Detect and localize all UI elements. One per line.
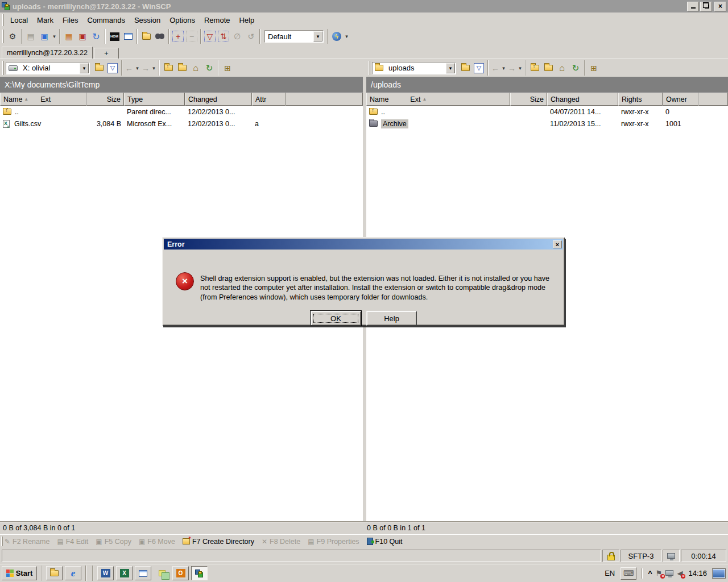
duplicate-session-button[interactable]: ▣ — [76, 30, 89, 43]
local-refresh-button[interactable]: ↻ — [202, 61, 216, 74]
remote-tree-toggle-button[interactable]: ⊞ — [587, 61, 601, 74]
filter-files-button[interactable]: ▽ — [203, 30, 217, 43]
taskbar-item-explorer[interactable] — [135, 566, 151, 580]
remote-back-caret[interactable]: ▾ — [500, 61, 507, 74]
local-drive-caret[interactable]: ▾ — [80, 63, 89, 73]
open-console-button[interactable]: HOM — [107, 30, 121, 43]
f10-quit-button[interactable]: F10 Quit — [367, 538, 403, 546]
language-indicator[interactable]: EN — [602, 569, 617, 577]
menu-remote[interactable]: Remote — [200, 14, 235, 27]
tray-volume-muted-icon[interactable]: ◀× — [677, 569, 682, 577]
remote-parent-directory-button[interactable] — [528, 61, 541, 74]
remote-header-owner[interactable]: Owner — [663, 93, 698, 106]
quick-launch-desktop[interactable] — [46, 566, 63, 580]
menu-help[interactable]: Help — [234, 14, 259, 27]
update-button[interactable]: ϟ — [330, 30, 344, 43]
f2-rename-button[interactable]: ✎F2 Rename — [5, 538, 49, 546]
taskbar-item-outlook[interactable]: O — [172, 566, 189, 580]
unselect-files-button[interactable]: − — [185, 30, 198, 43]
local-tree-toggle-button[interactable]: ⊞ — [221, 61, 234, 74]
select-files-button[interactable]: + — [171, 30, 185, 43]
f4-edit-button[interactable]: ▤F4 Edit — [57, 538, 88, 546]
update-caret[interactable]: ▾ — [344, 30, 350, 43]
table-row[interactable]: .. Parent direc... 12/02/2013 0... — [0, 106, 363, 118]
tray-network-icon[interactable] — [665, 569, 673, 577]
new-session-button[interactable]: ▦ — [62, 30, 76, 43]
taskbar-item-winscp[interactable] — [191, 566, 208, 580]
quick-launch-internet-explorer[interactable]: e — [65, 566, 81, 580]
remote-refresh-button[interactable]: ↻ — [569, 61, 582, 74]
menu-grip[interactable] — [2, 14, 4, 26]
close-button[interactable]: × — [714, 2, 726, 11]
synchronize-browsing-button[interactable]: ⇅ — [217, 30, 230, 43]
local-home-directory-button[interactable]: ⌂ — [189, 61, 202, 74]
local-forward-button[interactable]: → — [140, 61, 151, 74]
local-forward-caret[interactable]: ▾ — [151, 61, 157, 74]
table-row[interactable]: Gilts.csv 3,084 B Microsoft Ex... 12/02/… — [0, 118, 363, 130]
panel-toolbar-grip[interactable] — [2, 61, 4, 75]
local-parent-directory-button[interactable] — [162, 61, 175, 74]
local-back-button[interactable]: ← — [124, 61, 134, 74]
table-row[interactable]: .. 04/07/2011 14... rwxr-xr-x 0 — [366, 106, 728, 118]
restore-selection-button[interactable]: ↺ — [244, 30, 258, 43]
taskbar-item-notes[interactable] — [154, 566, 170, 580]
new-session-tab[interactable]: + — [94, 48, 119, 59]
clear-selection-button[interactable]: ∅ — [230, 30, 244, 43]
taskbar-item-excel[interactable]: X — [116, 566, 133, 580]
menu-files[interactable]: Files — [58, 14, 82, 27]
remote-root-directory-button[interactable] — [541, 61, 555, 74]
local-header-changed[interactable]: Changed — [185, 93, 252, 106]
clone-session-button[interactable]: ▣ — [38, 30, 51, 43]
queue-button[interactable]: ▤ — [24, 30, 38, 43]
encryption-status-panel[interactable] — [602, 550, 619, 562]
local-back-caret[interactable]: ▾ — [134, 61, 140, 74]
start-button[interactable]: Start — [2, 566, 37, 580]
tray-flag-icon[interactable]: ⚑× — [656, 569, 663, 577]
local-header-size[interactable]: Size — [86, 93, 124, 106]
preferences-button[interactable]: ⚙ — [6, 30, 19, 43]
remote-home-directory-button[interactable]: ⌂ — [555, 61, 569, 74]
menu-local[interactable]: Local — [6, 14, 32, 27]
remote-back-button[interactable]: ← — [490, 61, 500, 74]
remote-filter-button[interactable]: ▽ — [472, 61, 486, 74]
restore-button[interactable] — [700, 2, 712, 11]
f9-properties-button[interactable]: ▤F9 Properties — [308, 538, 359, 546]
protocol-status-panel[interactable]: SFTP-3 — [621, 550, 661, 562]
find-files-button[interactable] — [153, 30, 167, 43]
remote-header-changed[interactable]: Changed — [547, 93, 618, 106]
fbar-grip[interactable] — [1, 537, 3, 546]
menu-commands[interactable]: Commands — [82, 14, 129, 27]
show-desktop-button[interactable] — [713, 569, 725, 578]
f6-move-button[interactable]: ▣F6 Move — [139, 538, 175, 546]
tray-expand-chevron[interactable]: ^ — [648, 569, 652, 577]
menu-options[interactable]: Options — [165, 14, 200, 27]
remote-open-directory-button[interactable] — [458, 61, 472, 74]
remote-forward-caret[interactable]: ▾ — [517, 61, 523, 74]
keyboard-layout-button[interactable]: ⌨ — [621, 567, 636, 580]
local-header-name-ext[interactable]: Name ▲ Ext — [0, 93, 86, 106]
toolbar-grip[interactable] — [2, 30, 4, 43]
local-header-type[interactable]: Type — [124, 93, 185, 106]
local-filter-button[interactable]: ▽ — [106, 61, 119, 74]
remote-header-rights[interactable]: Rights — [618, 93, 663, 106]
taskbar-clock[interactable]: 14:16 — [686, 569, 709, 577]
local-root-directory-button[interactable] — [175, 61, 189, 74]
remote-header-name-ext[interactable]: Name Ext ▲ — [366, 93, 510, 106]
help-button[interactable]: Help — [366, 311, 417, 326]
remote-directory-caret[interactable]: ▾ — [446, 63, 455, 73]
transfer-settings-caret[interactable]: ▾ — [313, 31, 322, 41]
f8-delete-button[interactable]: ✕F8 Delete — [262, 538, 300, 546]
remote-header-size[interactable]: Size — [510, 93, 547, 106]
session-tab[interactable]: merrilllynch@172.20.3.22 — [2, 47, 93, 59]
panel-toolbar-grip[interactable] — [369, 61, 370, 75]
remote-forward-button[interactable]: → — [507, 61, 517, 74]
open-in-putty-button[interactable] — [121, 30, 135, 43]
error-dialog-close-button[interactable]: × — [553, 240, 562, 248]
compression-status-panel[interactable] — [663, 550, 680, 562]
taskbar-item-word[interactable]: W — [97, 566, 114, 580]
local-path-bar[interactable]: X:\My documents\GiltTemp — [0, 77, 363, 93]
local-header-attr[interactable]: Attr — [252, 93, 286, 106]
local-open-directory-button[interactable] — [92, 61, 106, 74]
clone-session-caret[interactable]: ▾ — [51, 30, 57, 43]
local-drive-select[interactable]: X: olivial ▾ — [6, 62, 90, 74]
